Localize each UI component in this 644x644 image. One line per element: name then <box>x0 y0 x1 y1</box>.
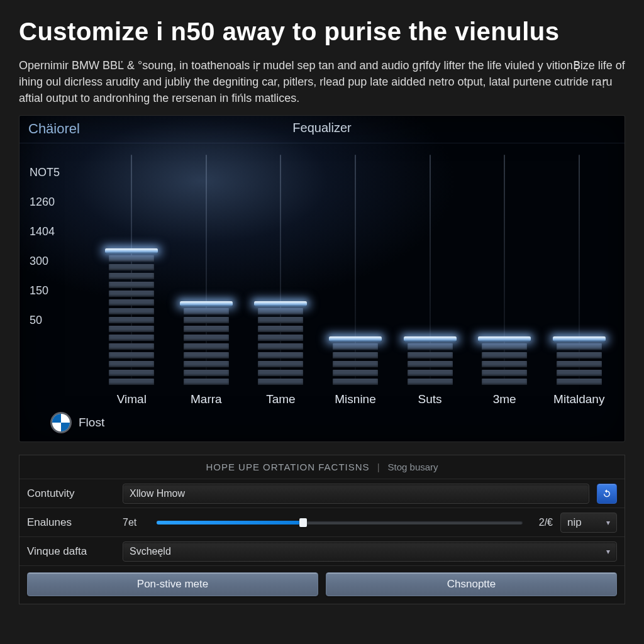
bar-segment <box>109 255 154 262</box>
bar-segment <box>408 361 453 367</box>
y-tick: NOT5 <box>30 166 60 179</box>
bar-segment <box>184 361 229 367</box>
bar-segment <box>109 273 154 279</box>
equalizer-title: Fequalizer <box>19 121 625 135</box>
bar-label: Misnine <box>335 392 375 406</box>
y-tick: 300 <box>30 255 60 268</box>
bar-segment <box>557 343 602 350</box>
bar-segment <box>109 361 154 367</box>
y-axis: NOT5 1260 1404 300 150 50 <box>30 166 60 343</box>
bar-segment <box>333 343 378 350</box>
bar-segment <box>482 352 527 358</box>
slider-fill <box>157 521 303 525</box>
label-vinque: Vinque dafta <box>27 545 115 558</box>
bar-segment <box>109 343 154 350</box>
bar-segment <box>109 291 154 297</box>
select-nip-value: nip <box>567 516 582 529</box>
bar-segment <box>109 317 154 323</box>
bar-stack <box>482 343 527 385</box>
bar-segment <box>258 343 303 350</box>
bar-segment <box>184 317 229 323</box>
slider-enalunes-wrap: 7et 2/€ <box>123 517 553 528</box>
bar-label: 3me <box>493 392 516 406</box>
bar-segment <box>333 370 378 376</box>
intro-text: Opernimir BMW BBĽ & °soung, in toathenoa… <box>19 57 625 106</box>
field-contutvity-value: Xllow Hmow <box>130 488 185 499</box>
slider-mid-value: 2/€ <box>539 517 553 528</box>
bar-label: Vimal <box>117 392 147 406</box>
chevron-down-icon: ▾ <box>606 518 610 527</box>
bar-column[interactable]: Misnine <box>329 155 382 385</box>
bar-segment <box>109 335 154 341</box>
bar-segment <box>109 370 154 376</box>
bar-column[interactable]: Vimal <box>105 155 158 385</box>
bar-segment <box>408 379 453 385</box>
field-contutvity[interactable]: Xllow Hmow <box>123 484 589 504</box>
bar-segment <box>109 379 154 385</box>
button-chsnoptte[interactable]: Chsnoptte <box>326 572 617 596</box>
y-tick: 150 <box>30 284 60 297</box>
bar-segment <box>482 361 527 367</box>
select-nip[interactable]: nip ▾ <box>560 513 617 533</box>
settings-header-sub: Stog busary <box>388 462 438 472</box>
bar-segment <box>557 379 602 385</box>
refresh-icon <box>602 489 612 499</box>
bar-segment <box>184 343 229 350</box>
bar-stack <box>184 308 229 385</box>
y-tick: 1260 <box>30 196 60 209</box>
bar-segment <box>184 335 229 341</box>
slider-left-number: 7et <box>123 517 149 528</box>
bar-segment <box>333 361 378 367</box>
bar-stack <box>408 343 453 385</box>
bar-segment <box>408 352 453 358</box>
equalizer-topbar: Chäiorel Fequalizer <box>19 116 625 143</box>
bar-segment <box>184 326 229 332</box>
bar-label: Tame <box>266 392 295 406</box>
label-enalunes: Enalunes <box>27 516 115 529</box>
bar-segment <box>408 343 453 350</box>
bar-segment <box>184 379 229 385</box>
bar-segment <box>557 352 602 358</box>
row-enalunes: Enalunes 7et 2/€ nip ▾ <box>19 508 625 536</box>
bar-segment <box>258 308 303 314</box>
settings-header-main: HOPE UPE ORTATION FACTISNS <box>206 462 369 472</box>
chevron-down-icon: ▾ <box>606 547 610 556</box>
bar-segment <box>109 282 154 288</box>
bar-column[interactable]: Marra <box>180 155 233 385</box>
field-vinque[interactable]: Svcheęld ▾ <box>123 541 617 562</box>
bar-stack <box>333 343 378 385</box>
bar-segment <box>184 370 229 376</box>
bar-label: Mitaldany <box>553 392 604 406</box>
y-tick: 1404 <box>30 225 60 238</box>
bar-column[interactable]: Mitaldany <box>552 155 606 385</box>
bar-segment <box>184 352 229 358</box>
button-row: Pon-stive mete Chsnoptte <box>19 565 625 604</box>
bar-segment <box>557 361 602 367</box>
bar-segment <box>258 352 303 358</box>
bar-cap <box>105 248 158 253</box>
bar-column[interactable]: Tame <box>254 155 308 385</box>
row-contutvity: Contutvity Xllow Hmow <box>19 479 625 508</box>
field-vinque-value: Svcheęld <box>130 546 171 557</box>
refresh-button[interactable] <box>597 484 617 504</box>
bar-segment <box>258 370 303 376</box>
bar-segment <box>109 352 154 358</box>
bar-column[interactable]: 3me <box>478 155 531 385</box>
button-ponstive[interactable]: Pon-stive mete <box>27 572 318 596</box>
settings-panel: HOPE UPE ORTATION FACTISNS | Stog busary… <box>19 455 625 604</box>
slider-thumb[interactable] <box>299 518 307 527</box>
separator: | <box>377 462 380 472</box>
equalizer-bars: VimalMarraTameMisnineSuts3meMitaldany <box>105 155 606 385</box>
bar-cap <box>329 336 382 341</box>
page-title: Customize i n50 away to purise the vienu… <box>19 18 625 46</box>
bar-cap <box>180 301 233 306</box>
bar-segment <box>184 308 229 314</box>
bar-column[interactable]: Suts <box>403 155 457 385</box>
bar-segment <box>109 299 154 306</box>
bar-cap <box>478 336 531 341</box>
label-contutvity: Contutvity <box>27 487 115 500</box>
bar-segment <box>482 370 527 376</box>
equalizer-panel: Chäiorel Fequalizer NOT5 1260 1404 300 1… <box>19 115 625 442</box>
slider-enalunes[interactable] <box>157 521 523 525</box>
bar-segment <box>109 308 154 314</box>
